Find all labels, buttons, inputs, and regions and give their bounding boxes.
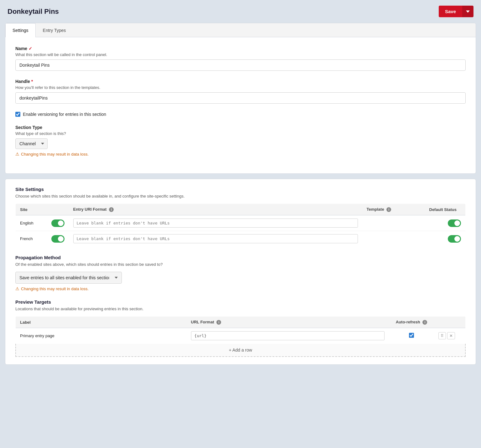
preview-url-cell [187,328,389,344]
save-button-group: Save [439,6,473,17]
preview-actions-cell: ⠿ ✕ [434,328,466,344]
preview-targets-table: Label URL Format i Auto-refresh i [15,316,466,344]
english-enabled-toggle[interactable] [51,219,65,227]
french-enabled-toggle[interactable] [51,235,65,243]
url-format-info-icon: i [216,320,221,325]
table-row: Primary entry page ⠿ ✕ [16,328,466,344]
handle-label: Handle * [15,79,466,84]
tab-settings[interactable]: Settings [5,23,36,37]
section-type-select[interactable]: Channel Single Structure [15,138,48,149]
preview-label-cell: Primary entry page [16,328,187,344]
propagation-select[interactable]: Save entries to all sites enabled for th… [15,272,122,284]
top-bar: Donkeytail Pins Save [0,0,481,23]
th-entry-uri-format: Entry URI Format i [69,204,362,215]
english-template-input[interactable] [367,219,421,227]
autorefresh-checkbox[interactable] [409,333,414,338]
main-card: Settings Entry Types Name ✓ What this se… [5,23,476,174]
th-default-status: Default Status [425,204,466,215]
save-button[interactable]: Save [439,6,462,17]
preview-targets-description: Locations that should be available for p… [15,306,466,311]
preview-autorefresh-cell [389,328,434,344]
table-header-row: Site Entry URI Format i Template i Defau… [16,204,466,215]
site-name-english: English [16,215,47,231]
warning-icon: ⚠ [15,152,19,157]
main-content: Settings Entry Types Name ✓ What this se… [5,23,476,365]
site-settings-heading: Site Settings [15,187,466,192]
toggle-cell-english [47,215,69,231]
add-row-button[interactable]: + Add a row [15,344,466,357]
versioning-checkbox-row: Enable versioning for entries in this se… [15,112,466,117]
versioning-checkbox[interactable] [15,112,20,117]
table-row: English [16,215,466,231]
english-default-status-toggle[interactable] [448,219,461,227]
th-enabled [47,204,69,215]
th-site: Site [16,204,47,215]
th-label: Label [16,317,187,328]
propagation-description: Of the enabled sites above, which sites … [15,262,466,267]
table-row: French [16,231,466,247]
template-info-icon: i [386,207,391,212]
tab-entry-types[interactable]: Entry Types [36,23,73,37]
th-url-format: URL Format i [187,317,389,328]
versioning-label: Enable versioning for entries in this se… [23,112,106,117]
chevron-down-icon [466,10,470,13]
tab-bar: Settings Entry Types [5,23,476,37]
th-auto-refresh: Auto-refresh i [389,317,434,328]
site-settings-table: Site Entry URI Format i Template i Defau… [15,203,466,247]
handle-description: How you'll refer to this section in the … [15,85,466,90]
english-entry-uri-input[interactable] [73,219,358,228]
name-required-star: ✓ [28,46,32,51]
section-type-description: What type of section is this? [15,131,466,136]
propagation-field-group: Propagation Method Of the enabled sites … [15,255,466,291]
auto-refresh-info-icon: i [422,320,427,325]
entry-uri-cell-english [69,215,362,231]
template-cell-french [362,231,425,247]
site-settings-description: Choose which sites this section should b… [15,194,466,198]
drag-handle-button[interactable]: ⠿ [438,332,446,339]
section-type-label: Section Type [15,125,466,130]
section-type-warning: ⚠ Changing this may result in data loss. [15,152,466,157]
th-row-actions [434,317,466,328]
preview-url-input[interactable] [191,331,385,340]
th-template: Template i [362,204,425,215]
default-status-cell-french [425,231,466,247]
handle-required-star: * [31,79,33,84]
remove-row-button[interactable]: ✕ [447,332,455,339]
entry-uri-cell-french [69,231,362,247]
propagation-warning-icon: ⚠ [15,286,19,291]
french-default-status-toggle[interactable] [448,235,461,243]
preview-targets-field-group: Preview Targets Locations that should be… [15,299,466,357]
name-label: Name ✓ [15,46,466,51]
template-cell-english [362,215,425,231]
handle-input[interactable] [15,92,466,104]
preview-header-row: Label URL Format i Auto-refresh i [16,317,466,328]
propagation-heading: Propagation Method [15,255,466,260]
save-dropdown-button[interactable] [462,6,473,17]
page-title: Donkeytail Pins [8,8,59,16]
name-field-group: Name ✓ What this section will be called … [15,46,466,71]
site-name-french: French [16,231,47,247]
french-template-input[interactable] [367,234,421,243]
section-type-field-group: Section Type What type of section is thi… [15,125,466,157]
site-settings-card: Site Settings Choose which sites this se… [5,179,476,365]
preview-targets-heading: Preview Targets [15,299,466,305]
entry-uri-info-icon: i [109,207,114,212]
settings-tab-content: Name ✓ What this section will be called … [5,37,476,173]
default-status-cell-english [425,215,466,231]
propagation-warning: ⚠ Changing this may result in data loss. [15,286,466,291]
row-actions: ⠿ ✕ [438,332,461,339]
name-input[interactable] [15,59,466,71]
toggle-cell-french [47,231,69,247]
french-entry-uri-input[interactable] [73,234,358,243]
name-description: What this section will be called in the … [15,52,466,57]
handle-field-group: Handle * How you'll refer to this sectio… [15,79,466,104]
